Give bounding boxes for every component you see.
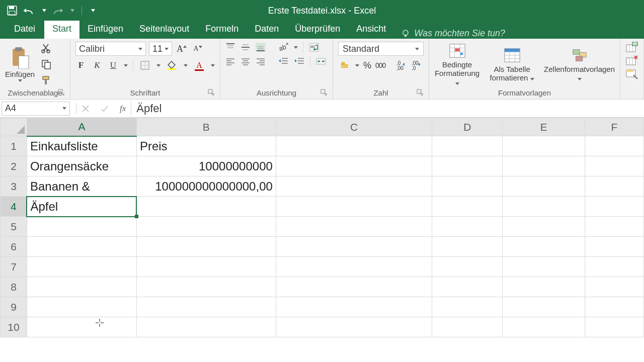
increase-indent-icon[interactable] (294, 57, 305, 66)
col-header-a[interactable]: A (27, 118, 136, 136)
number-format-select[interactable]: Standard (338, 42, 424, 56)
row-header-1[interactable]: 1 (1, 136, 27, 156)
cell-c1[interactable] (276, 136, 432, 156)
orientation-dropdown-icon[interactable] (294, 46, 298, 49)
fill-dropdown-icon[interactable] (184, 64, 188, 67)
fontcolor-dropdown-icon[interactable] (211, 64, 215, 67)
cell-d6[interactable] (432, 237, 503, 257)
underline-dropdown-icon[interactable] (124, 64, 128, 67)
paste-button[interactable]: Einfügen (5, 47, 35, 82)
grow-font-icon[interactable]: A (175, 42, 188, 55)
cell-e6[interactable] (503, 237, 585, 257)
row-header-5[interactable]: 5 (1, 217, 27, 237)
cell-a7[interactable] (27, 257, 136, 277)
cell-d3[interactable] (432, 176, 503, 197)
launcher-icon[interactable] (320, 89, 328, 96)
cell-c3[interactable] (276, 176, 432, 197)
currency-icon[interactable] (338, 59, 351, 72)
cell-f2[interactable] (585, 156, 644, 176)
fill-color-icon[interactable] (166, 59, 179, 72)
font-color-icon[interactable]: A (193, 59, 206, 72)
copy-icon[interactable] (40, 58, 53, 71)
cell-f10[interactable] (585, 317, 644, 337)
tab-pagelayout[interactable]: Seitenlayout (131, 20, 197, 39)
cell-styles-button[interactable]: Zellenformatvorlagen (544, 47, 615, 82)
cell-f6[interactable] (585, 237, 644, 257)
launcher-icon[interactable] (208, 89, 215, 96)
align-center-icon[interactable] (240, 57, 251, 65)
fx-icon[interactable]: fx (120, 104, 126, 114)
decrease-decimal-icon[interactable]: ,00,0 (411, 60, 422, 70)
col-header-f[interactable]: F (585, 118, 644, 136)
cell-d5[interactable] (432, 217, 503, 237)
cell-d9[interactable] (432, 297, 503, 317)
align-right-icon[interactable] (256, 57, 266, 65)
cell-b7[interactable] (136, 257, 276, 277)
cell-f1[interactable] (585, 136, 644, 156)
cell-e1[interactable] (503, 136, 585, 156)
qat-customize-icon[interactable] (91, 9, 95, 12)
cell-b9[interactable] (136, 297, 276, 317)
cell-f3[interactable] (585, 176, 644, 197)
cell-b1[interactable]: Preis (136, 136, 276, 156)
align-middle-icon[interactable] (240, 43, 251, 52)
select-all-corner[interactable] (1, 118, 27, 136)
cell-f4[interactable] (585, 197, 644, 217)
cell-c6[interactable] (276, 237, 432, 257)
cell-f8[interactable] (585, 277, 644, 297)
undo-icon[interactable] (23, 5, 35, 17)
col-header-e[interactable]: E (503, 118, 585, 136)
cell-b6[interactable] (136, 237, 276, 257)
col-header-c[interactable]: C (276, 118, 432, 136)
cell-d1[interactable] (432, 136, 503, 156)
cell-a8[interactable] (27, 277, 136, 297)
cell-a2[interactable]: Orangensäcke (27, 156, 136, 176)
cell-f5[interactable] (585, 217, 644, 237)
align-top-icon[interactable] (225, 43, 235, 52)
row-header-7[interactable]: 7 (1, 257, 27, 277)
cell-c10[interactable] (276, 317, 432, 337)
fill-handle[interactable] (135, 215, 138, 218)
percent-icon[interactable]: % (363, 60, 371, 71)
row-header-2[interactable]: 2 (1, 156, 27, 176)
cell-f7[interactable] (585, 257, 644, 277)
cell-d4[interactable] (432, 197, 503, 217)
undo-dropdown-icon[interactable] (42, 9, 46, 12)
tab-insert[interactable]: Einfügen (79, 20, 131, 39)
cell-b10[interactable] (136, 317, 276, 337)
cell-c5[interactable] (276, 217, 432, 237)
cell-f9[interactable] (585, 297, 644, 317)
cell-b8[interactable] (136, 277, 276, 297)
cell-c7[interactable] (276, 257, 432, 277)
border-icon[interactable] (138, 59, 151, 72)
tab-formulas[interactable]: Formeln (197, 20, 247, 39)
row-header-6[interactable]: 6 (1, 237, 27, 257)
cell-c8[interactable] (276, 277, 432, 297)
formula-input[interactable]: Äpfel (131, 102, 644, 115)
cell-c4[interactable] (276, 197, 432, 217)
tab-review[interactable]: Überprüfen (287, 20, 348, 39)
cell-e8[interactable] (503, 277, 585, 297)
merge-center-icon[interactable] (315, 56, 327, 66)
cell-b2[interactable]: 10000000000 (136, 156, 276, 176)
launcher-icon[interactable] (58, 89, 65, 96)
cell-a10[interactable] (27, 317, 136, 337)
row-header-8[interactable]: 8 (1, 277, 27, 297)
delete-cells-icon[interactable] (625, 55, 638, 66)
cell-e3[interactable] (503, 176, 585, 197)
align-bottom-icon[interactable] (256, 43, 266, 52)
cell-d7[interactable] (432, 257, 503, 277)
format-table-button[interactable]: Als Tabelle formatieren (489, 47, 535, 82)
cell-d2[interactable] (432, 156, 503, 176)
italic-button[interactable]: K (92, 60, 103, 70)
cell-e5[interactable] (503, 217, 585, 237)
cell-d8[interactable] (432, 277, 503, 297)
font-name-select[interactable]: Calibri (75, 42, 146, 56)
comma-icon[interactable]: 000 (375, 61, 385, 69)
cut-icon[interactable] (40, 42, 53, 55)
align-left-icon[interactable] (225, 57, 235, 65)
tab-data[interactable]: Daten (247, 20, 287, 39)
cell-b4[interactable] (136, 197, 276, 217)
cell-e10[interactable] (503, 317, 585, 337)
tab-file[interactable]: Datei (5, 20, 44, 39)
